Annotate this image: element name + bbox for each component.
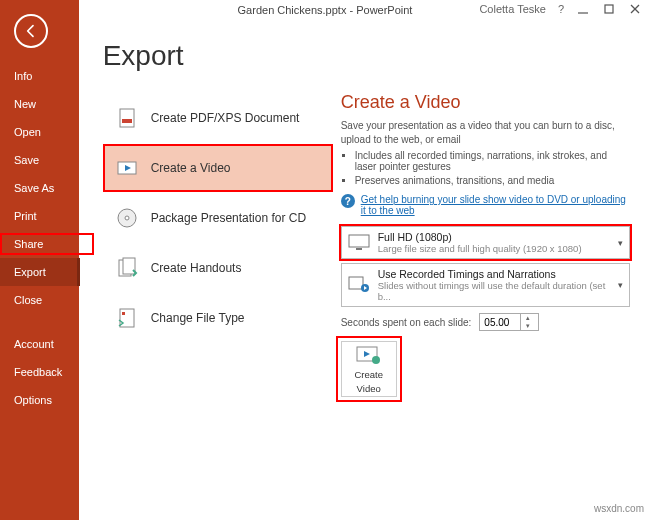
timings-icon	[348, 275, 370, 295]
svg-rect-14	[349, 235, 369, 247]
backstage-sidebar: Info New Open Save Save As Print Share E…	[0, 0, 79, 520]
monitor-icon	[348, 233, 370, 253]
timings-title: Use Recorded Timings and Narrations	[378, 268, 610, 280]
export-option-pdf[interactable]: Create PDF/XPS Document	[103, 94, 333, 142]
export-option-filetype[interactable]: Change File Type	[103, 294, 333, 342]
sidebar-item-new[interactable]: New	[0, 90, 79, 118]
export-option-cd[interactable]: Package Presentation for CD	[103, 194, 333, 242]
sidebar-item-options[interactable]: Options	[0, 386, 79, 414]
export-option-label: Create PDF/XPS Document	[151, 111, 300, 125]
help-icon: ?	[341, 194, 355, 208]
create-video-button[interactable]: Create Video	[341, 341, 397, 397]
restore-button[interactable]	[602, 2, 616, 16]
export-option-list: Create PDF/XPS Document Create a Video P…	[103, 94, 333, 342]
svg-point-9	[125, 216, 129, 220]
seconds-input[interactable]	[480, 317, 520, 328]
page-title: Export	[103, 40, 333, 72]
back-button[interactable]	[14, 14, 48, 48]
export-option-label: Package Presentation for CD	[151, 211, 306, 225]
svg-rect-5	[122, 119, 132, 123]
window-title: Garden Chickens.pptx - PowerPoint	[238, 4, 413, 16]
export-option-label: Create Handouts	[151, 261, 242, 275]
chevron-down-icon: ▾	[618, 280, 623, 290]
quality-dropdown[interactable]: Full HD (1080p) Large file size and full…	[341, 226, 630, 259]
create-video-icon	[356, 344, 382, 366]
handouts-icon	[115, 256, 139, 280]
user-name[interactable]: Coletta Teske	[479, 3, 545, 15]
section-title: Create a Video	[341, 92, 630, 113]
sidebar-item-saveas[interactable]: Save As	[0, 174, 79, 202]
watermark: wsxdn.com	[594, 503, 644, 514]
svg-rect-15	[356, 248, 362, 250]
sidebar-item-close[interactable]: Close	[0, 286, 79, 314]
svg-rect-13	[122, 312, 125, 315]
pdf-xps-icon	[115, 106, 139, 130]
seconds-spinner[interactable]: ▴ ▾	[479, 313, 539, 331]
svg-rect-4	[120, 109, 134, 127]
quality-title: Full HD (1080p)	[378, 231, 610, 243]
video-icon	[115, 156, 139, 180]
section-description: Save your presentation as a video that y…	[341, 119, 630, 146]
export-option-label: Create a Video	[151, 161, 231, 175]
sidebar-item-share[interactable]: Share	[0, 230, 79, 258]
spin-up[interactable]: ▴	[521, 314, 534, 322]
sidebar-item-print[interactable]: Print	[0, 202, 79, 230]
export-option-video[interactable]: Create a Video	[103, 144, 333, 192]
minimize-button[interactable]	[576, 2, 590, 16]
sidebar-item-account[interactable]: Account	[0, 330, 79, 358]
feature-bullets: Includes all recorded timings, narration…	[355, 150, 630, 186]
cd-icon	[115, 206, 139, 230]
create-video-label: Create	[354, 369, 383, 380]
sidebar-item-save[interactable]: Save	[0, 146, 79, 174]
svg-rect-16	[349, 277, 363, 289]
bullet-item: Preserves animations, transitions, and m…	[355, 175, 630, 186]
change-type-icon	[115, 306, 139, 330]
spin-down[interactable]: ▾	[521, 322, 534, 330]
export-option-label: Change File Type	[151, 311, 245, 325]
svg-rect-1	[605, 5, 613, 13]
sidebar-item-open[interactable]: Open	[0, 118, 79, 146]
export-option-handouts[interactable]: Create Handouts	[103, 244, 333, 292]
sidebar-item-feedback[interactable]: Feedback	[0, 358, 79, 386]
quality-sub: Large file size and full high quality (1…	[378, 243, 610, 254]
sidebar-item-info[interactable]: Info	[0, 62, 79, 90]
help-link[interactable]: Get help burning your slide show video t…	[361, 194, 630, 216]
bullet-item: Includes all recorded timings, narration…	[355, 150, 630, 172]
close-window-button[interactable]	[628, 2, 642, 16]
seconds-label: Seconds spent on each slide:	[341, 317, 472, 328]
create-video-label: Video	[357, 383, 381, 394]
chevron-down-icon: ▾	[618, 238, 623, 248]
svg-point-21	[372, 356, 380, 364]
timings-dropdown[interactable]: Use Recorded Timings and Narrations Slid…	[341, 263, 630, 307]
sidebar-item-export[interactable]: Export	[0, 258, 79, 286]
help-button[interactable]: ?	[558, 3, 564, 15]
timings-sub: Slides without timings will use the defa…	[378, 280, 610, 302]
